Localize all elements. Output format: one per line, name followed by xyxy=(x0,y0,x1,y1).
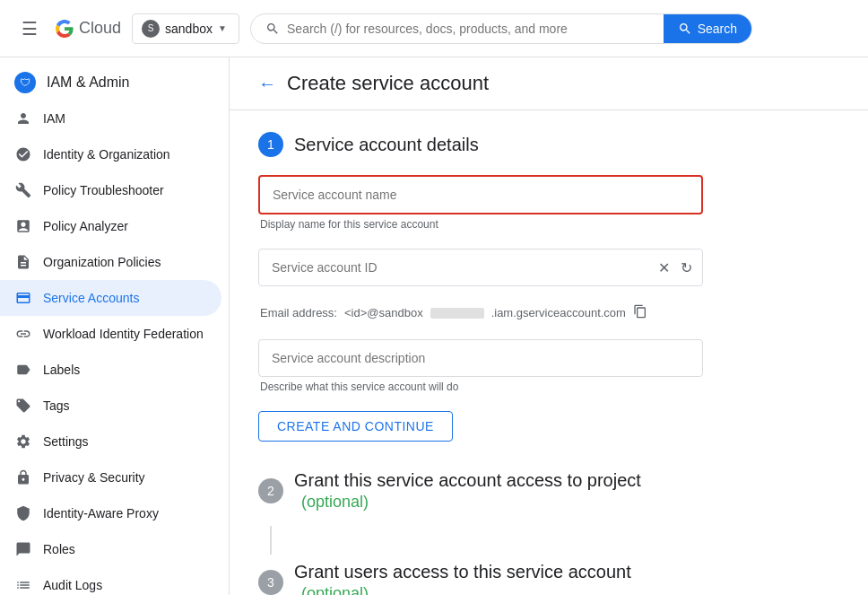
service-account-description-field: Describe what this service account will … xyxy=(258,339,703,393)
step-3-header: 3 Grant users access to this service acc… xyxy=(258,562,703,595)
sidebar-item-workload-identity[interactable]: Workload Identity Federation xyxy=(0,316,221,352)
step-1-header: 1 Service account details xyxy=(258,132,703,157)
step-2-header: 2 Grant this service account access to p… xyxy=(258,470,703,512)
service-account-id-wrapper: ✕ ↻ xyxy=(258,249,703,286)
iam-icon xyxy=(14,109,32,127)
workload-identity-icon xyxy=(14,325,32,343)
sidebar-item-policy-analyzer-label: Policy Analyzer xyxy=(43,219,128,233)
page-title: Create service account xyxy=(287,72,489,95)
sidebar-item-settings-label: Settings xyxy=(43,434,89,449)
sidebar-item-policy-troubleshooter-label: Policy Troubleshooter xyxy=(43,183,164,197)
sidebar-item-iam-label: IAM xyxy=(43,111,65,126)
step-3-section: 3 Grant users access to this service acc… xyxy=(258,562,703,595)
step-3-title: Grant users access to this service accou… xyxy=(294,562,703,595)
logo-text: Cloud xyxy=(79,19,121,38)
identity-org-icon xyxy=(14,145,32,163)
sidebar-item-org-policies-label: Organization Policies xyxy=(43,255,161,269)
sidebar-item-tags[interactable]: Tags xyxy=(0,388,221,424)
search-button-icon xyxy=(678,22,692,36)
sidebar-item-workload-identity-label: Workload Identity Federation xyxy=(43,327,204,341)
sidebar-item-service-accounts[interactable]: Service Accounts xyxy=(0,280,221,316)
sidebar-item-service-accounts-label: Service Accounts xyxy=(43,291,139,305)
sidebar-item-audit-logs[interactable]: Audit Logs xyxy=(0,567,221,595)
service-account-name-input[interactable] xyxy=(258,175,703,214)
tags-icon xyxy=(14,397,32,415)
page-header: ← Create service account xyxy=(230,57,868,110)
settings-icon xyxy=(14,433,32,451)
sidebar-item-privacy-security-label: Privacy & Security xyxy=(43,470,145,485)
input-actions: ✕ ↻ xyxy=(655,256,696,280)
step-1-title: Service account details xyxy=(294,135,479,155)
step-1-circle: 1 xyxy=(258,132,283,157)
google-logo-icon xyxy=(56,20,74,38)
email-row: Email address: <id>@sandbox .iam.gservic… xyxy=(258,304,703,321)
content-area: ← Create service account 1 Service accou… xyxy=(230,57,868,595)
dropdown-arrow-icon: ▼ xyxy=(218,23,227,33)
sidebar-item-identity-org-label: Identity & Organization xyxy=(43,147,170,162)
step-2-circle: 2 xyxy=(258,478,283,503)
email-prefix: <id>@sandbox xyxy=(344,306,423,319)
service-account-description-input[interactable] xyxy=(258,339,703,377)
back-button[interactable]: ← xyxy=(258,74,276,94)
step-3-circle: 3 xyxy=(258,570,283,595)
sidebar-header: 🛡 IAM & Admin xyxy=(0,57,229,101)
form-content: 1 Service account details Display name f… xyxy=(230,110,732,595)
sidebar-item-identity-aware-proxy-label: Identity-Aware Proxy xyxy=(43,506,159,521)
search-bar: Search xyxy=(250,13,752,44)
create-and-continue-button[interactable]: CREATE AND CONTINUE xyxy=(258,411,453,442)
sidebar-title: IAM & Admin xyxy=(47,74,129,91)
sidebar-item-roles-label: Roles xyxy=(43,542,75,556)
service-account-name-hint: Display name for this service account xyxy=(258,218,703,231)
iam-admin-icon: 🛡 xyxy=(14,72,36,93)
audit-logs-icon xyxy=(14,576,32,594)
service-account-description-hint: Describe what this service account will … xyxy=(258,381,703,393)
policy-analyzer-icon xyxy=(14,217,32,235)
service-account-id-input[interactable] xyxy=(258,249,703,286)
logo: Cloud xyxy=(56,19,121,38)
sidebar-item-labels[interactable]: Labels xyxy=(0,352,221,388)
service-accounts-icon xyxy=(14,289,32,307)
hamburger-menu[interactable]: ☰ xyxy=(14,11,45,47)
roles-icon xyxy=(14,540,32,558)
main-layout: 🛡 IAM & Admin IAM Identity & Organizatio… xyxy=(0,57,868,595)
search-input[interactable] xyxy=(287,22,656,36)
service-account-name-field: Display name for this service account xyxy=(258,175,703,231)
sidebar-item-tags-label: Tags xyxy=(43,398,70,413)
project-avatar: S xyxy=(142,20,160,38)
refresh-id-button[interactable]: ↻ xyxy=(677,256,696,280)
step-1-section: 1 Service account details Display name f… xyxy=(258,132,703,442)
sidebar-item-org-policies[interactable]: Organization Policies xyxy=(0,244,221,280)
step-2-optional: (optional) xyxy=(301,493,369,511)
sidebar-item-identity-org[interactable]: Identity & Organization xyxy=(0,136,221,172)
sidebar-item-policy-analyzer[interactable]: Policy Analyzer xyxy=(0,208,221,244)
project-selector[interactable]: S sandbox ▼ xyxy=(132,13,239,44)
sidebar-item-roles[interactable]: Roles xyxy=(0,531,221,567)
org-policies-icon xyxy=(14,253,32,271)
clear-id-button[interactable]: ✕ xyxy=(655,256,673,280)
search-button-label: Search xyxy=(698,22,737,36)
search-icon xyxy=(265,22,280,36)
service-account-id-field: ✕ ↻ xyxy=(258,249,703,286)
email-redacted xyxy=(430,308,484,319)
labels-icon xyxy=(14,361,32,379)
policy-troubleshooter-icon xyxy=(14,181,32,199)
sidebar-item-labels-label: Labels xyxy=(43,363,80,377)
sidebar-item-identity-aware-proxy[interactable]: Identity-Aware Proxy xyxy=(0,495,221,531)
sidebar-item-privacy-security[interactable]: Privacy & Security xyxy=(0,459,221,495)
copy-email-button[interactable] xyxy=(633,304,647,321)
step-3-optional: (optional) xyxy=(301,584,369,595)
sidebar-item-settings[interactable]: Settings xyxy=(0,424,221,459)
sidebar: 🛡 IAM & Admin IAM Identity & Organizatio… xyxy=(0,57,230,595)
email-suffix: .iam.gserviceaccount.com xyxy=(491,306,626,319)
sidebar-item-audit-logs-label: Audit Logs xyxy=(43,578,102,592)
email-label: Email address: xyxy=(260,306,337,319)
identity-aware-proxy-icon xyxy=(14,504,32,522)
step-vertical-divider xyxy=(270,526,272,555)
sidebar-item-iam[interactable]: IAM xyxy=(0,101,221,136)
step-2-title: Grant this service account access to pro… xyxy=(294,470,703,512)
privacy-security-icon xyxy=(14,468,32,486)
sidebar-item-policy-troubleshooter[interactable]: Policy Troubleshooter xyxy=(0,172,221,208)
step-2-section: 2 Grant this service account access to p… xyxy=(258,470,703,512)
topbar: ☰ Cloud S sandbox ▼ Search xyxy=(0,0,868,57)
search-button[interactable]: Search xyxy=(664,14,751,43)
